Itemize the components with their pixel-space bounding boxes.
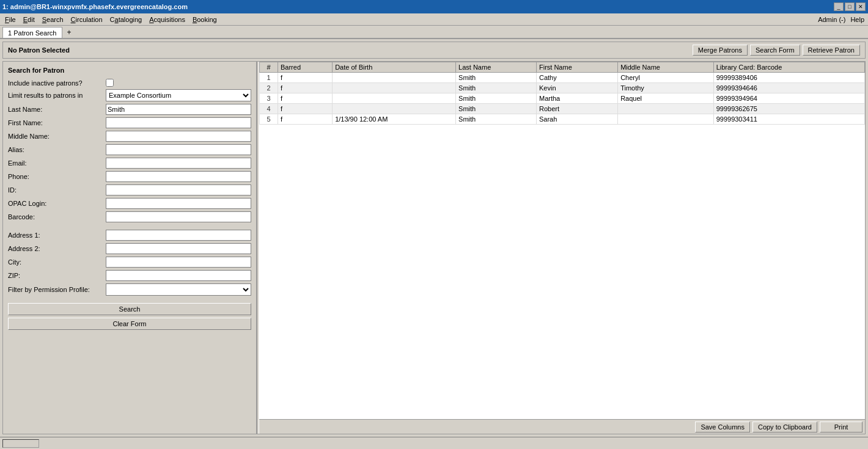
barcode-input[interactable] [106,211,251,222]
cell-first-name: Kevin [536,83,617,93]
first-name-input[interactable] [106,117,251,128]
barcode-row: Barcode: [8,211,251,222]
last-name-row: Last Name: [8,104,251,115]
status-bar [0,437,868,449]
table-header-row: # Barred Date of Birth Last Name First N… [260,62,865,73]
alias-label: Alias: [8,146,106,153]
table-row[interactable]: 2 f Smith Kevin Timothy 99999394646 [260,83,865,93]
patron-header: No Patron Selected Merge Patrons Search … [2,42,866,59]
address2-input[interactable] [106,243,251,254]
window-controls: _ □ ✕ [834,2,866,11]
table-row[interactable]: 5 f 1/13/90 12:00 AM Smith Sarah 9999930… [260,114,865,125]
email-input[interactable] [106,158,251,169]
col-header-last-name[interactable]: Last Name [456,62,537,73]
menu-booking[interactable]: Booking [189,15,221,24]
close-button[interactable]: ✕ [856,2,866,11]
copy-clipboard-button[interactable]: Copy to Clipboard [752,422,817,433]
search-button[interactable]: Search [8,303,251,315]
clear-form-button[interactable]: Clear Form [8,318,251,330]
col-header-library-card[interactable]: Library Card: Barcode [713,62,864,73]
last-name-label: Last Name: [8,106,106,113]
limit-results-select[interactable]: Example Consortium [106,89,251,101]
search-panel-title: Search for Patron [8,67,251,74]
minimize-button[interactable]: _ [834,2,844,11]
merge-patrons-button[interactable]: Merge Patrons [693,45,748,56]
id-input[interactable] [106,184,251,195]
menu-file[interactable]: File [1,15,20,24]
middle-name-row: Middle Name: [8,131,251,142]
cell-barred: f [278,104,333,114]
limit-results-label: Limit results to patrons in [8,92,106,99]
address1-label: Address 1: [8,232,106,239]
retrieve-patron-button[interactable]: Retrieve Patron [803,45,860,56]
middle-name-label: Middle Name: [8,133,106,140]
restore-button[interactable]: □ [845,2,855,11]
cell-middle-name: Timothy [618,83,714,93]
include-inactive-checkbox[interactable] [106,79,114,87]
table-row[interactable]: 4 f Smith Robert 99999362675 [260,104,865,114]
opac-login-input[interactable] [106,198,251,209]
cell-num: 1 [260,73,278,83]
menu-acquisitions[interactable]: Acquisitions [145,15,189,24]
menu-bar: File Edit Search Circulation Cataloging … [0,13,868,26]
print-button[interactable]: Print [820,422,862,433]
city-input[interactable] [106,257,251,268]
alias-row: Alias: [8,144,251,155]
cell-middle-name: Cheryl [618,73,714,83]
tab-add-button[interactable]: + [64,27,75,38]
cell-barred: f [278,83,333,93]
results-table-container[interactable]: # Barred Date of Birth Last Name First N… [259,62,865,419]
address1-input[interactable] [106,230,251,241]
city-row: City: [8,257,251,268]
cell-first-name: Cathy [536,73,617,83]
cell-last-name: Smith [456,93,537,104]
col-header-num[interactable]: # [260,62,278,73]
save-columns-button[interactable]: Save Columns [695,422,750,433]
cell-barred: f [278,73,333,83]
col-header-dob[interactable]: Date of Birth [333,62,456,73]
include-inactive-row: Include inactive patrons? [8,79,251,87]
filter-profile-select[interactable] [106,283,251,296]
cell-library-card: 99999389406 [713,73,864,83]
city-label: City: [8,258,106,266]
cell-barred: f [278,93,333,104]
menu-search[interactable]: Search [39,15,67,24]
cell-last-name: Smith [456,83,537,93]
search-form-button[interactable]: Search Form [750,45,800,56]
opac-login-row: OPAC Login: [8,198,251,209]
cell-dob [333,104,456,114]
menu-circulation[interactable]: Circulation [67,15,106,24]
results-table: # Barred Date of Birth Last Name First N… [259,62,865,125]
last-name-input[interactable] [106,104,251,115]
middle-name-input[interactable] [106,131,251,142]
cell-num: 3 [260,93,278,104]
col-header-first-name[interactable]: First Name [536,62,617,73]
cell-first-name: Robert [536,104,617,114]
filter-profile-label: Filter by Permission Profile: [8,286,106,293]
admin-link[interactable]: Admin (-) [818,16,845,23]
first-name-label: First Name: [8,119,106,126]
menu-cataloging[interactable]: Cataloging [106,15,146,24]
phone-row: Phone: [8,171,251,182]
address1-row: Address 1: [8,230,251,241]
cell-num: 5 [260,114,278,125]
results-bottom-bar: Save Columns Copy to Clipboard Print [259,419,865,434]
menu-edit[interactable]: Edit [20,15,39,24]
table-row[interactable]: 3 f Smith Martha Raquel 99999394964 [260,93,865,104]
cell-dob [333,83,456,93]
col-header-barred[interactable]: Barred [278,62,333,73]
id-label: ID: [8,186,106,194]
table-row[interactable]: 1 f Smith Cathy Cheryl 99999389406 [260,73,865,83]
phone-input[interactable] [106,171,251,182]
col-header-middle-name[interactable]: Middle Name [618,62,714,73]
tab-patron-search[interactable]: 1 Patron Search [2,27,62,38]
id-row: ID: [8,184,251,195]
help-link[interactable]: Help [850,16,864,23]
cell-first-name: Martha [536,93,617,104]
search-panel: Search for Patron Include inactive patro… [3,62,257,434]
zip-input[interactable] [106,270,251,281]
tab-label: 1 Patron Search [8,29,57,37]
patron-status-title: No Patron Selected [8,46,70,54]
search-buttons: Search Clear Form [8,303,251,330]
alias-input[interactable] [106,144,251,155]
